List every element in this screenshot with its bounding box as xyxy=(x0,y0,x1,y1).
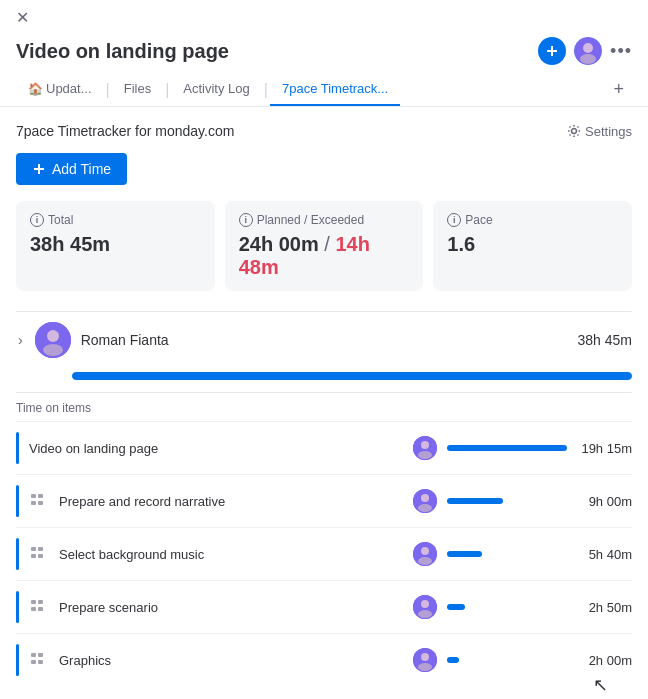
svg-point-33 xyxy=(421,600,429,608)
svg-point-19 xyxy=(421,494,429,502)
svg-point-34 xyxy=(418,610,432,618)
subtask-icon xyxy=(29,651,49,670)
tab-divider-2: | xyxy=(163,81,171,99)
item-bar-container xyxy=(447,657,567,663)
stat-planned-label: i Planned / Exceeded xyxy=(239,213,410,227)
item-avatar xyxy=(413,436,437,460)
svg-rect-24 xyxy=(38,554,43,558)
item-color-bar xyxy=(16,432,19,464)
cursor-icon: ↖ xyxy=(593,674,608,696)
info-icon-2: i xyxy=(239,213,253,227)
add-time-label: Add Time xyxy=(52,161,111,177)
stat-pace-label: i Pace xyxy=(447,213,618,227)
item-avatar xyxy=(413,489,437,513)
svg-rect-16 xyxy=(31,501,36,505)
tab-timetrack[interactable]: 7pace Timetrack... xyxy=(270,73,400,106)
title-row: Video on landing page ••• xyxy=(0,33,648,73)
svg-rect-22 xyxy=(38,547,43,551)
add-person-button[interactable] xyxy=(538,37,566,65)
stat-total: i Total 38h 45m xyxy=(16,201,215,291)
svg-rect-17 xyxy=(38,501,43,505)
stat-pace: i Pace 1.6 xyxy=(433,201,632,291)
svg-rect-28 xyxy=(31,600,36,604)
svg-point-4 xyxy=(580,54,596,64)
tab-add-button[interactable]: + xyxy=(605,75,632,104)
svg-point-20 xyxy=(418,504,432,512)
time-on-items-label: Time on items xyxy=(16,392,632,421)
content: 7pace Timetracker for monday.com Setting… xyxy=(0,107,648,686)
expand-button[interactable]: › xyxy=(16,330,25,350)
svg-rect-36 xyxy=(38,653,43,657)
svg-point-9 xyxy=(47,330,59,342)
svg-rect-38 xyxy=(38,660,43,664)
stat-total-label: i Total xyxy=(30,213,201,227)
title-actions: ••• xyxy=(538,37,632,65)
list-item: Graphics 2h 00m xyxy=(16,633,632,686)
item-time: 2h 50m xyxy=(577,600,632,615)
plus-icon xyxy=(32,162,46,176)
tab-divider: | xyxy=(104,81,112,99)
svg-point-41 xyxy=(418,663,432,671)
item-time: 5h 40m xyxy=(577,547,632,562)
list-item: Video on landing page 19h 15m xyxy=(16,421,632,474)
avatar xyxy=(574,37,602,65)
close-icon[interactable]: ✕ xyxy=(16,8,29,27)
item-color-bar xyxy=(16,485,19,517)
svg-point-13 xyxy=(418,451,432,459)
person-name: Roman Fianta xyxy=(81,332,568,348)
item-bar-container xyxy=(447,551,567,557)
person-progress-container xyxy=(16,368,632,392)
item-name: Prepare scenario xyxy=(59,600,403,615)
subtask-icon xyxy=(29,492,49,511)
item-bar xyxy=(447,604,465,610)
svg-rect-15 xyxy=(38,494,43,498)
svg-rect-29 xyxy=(38,600,43,604)
item-avatar xyxy=(413,648,437,672)
svg-rect-21 xyxy=(31,547,36,551)
tabs: 🏠Updat... | Files | Activity Log | 7pace… xyxy=(0,73,648,107)
add-time-button[interactable]: Add Time xyxy=(16,153,127,185)
item-bar xyxy=(447,551,482,557)
item-bar-container xyxy=(447,498,567,504)
stat-planned-value: 24h 00m / 14h 48m xyxy=(239,233,410,279)
svg-point-10 xyxy=(43,344,63,356)
item-bar xyxy=(447,657,459,663)
svg-point-27 xyxy=(418,557,432,565)
list-item: Prepare scenario 2h 50m xyxy=(16,580,632,633)
item-bar xyxy=(447,498,503,504)
progress-bar-bg xyxy=(72,372,632,380)
item-time: 2h 00m xyxy=(577,653,632,668)
stats-row: i Total 38h 45m i Planned / Exceeded 24h… xyxy=(16,201,632,291)
item-color-bar xyxy=(16,591,19,623)
more-options-button[interactable]: ••• xyxy=(610,41,632,62)
item-color-bar xyxy=(16,538,19,570)
item-avatar xyxy=(413,542,437,566)
svg-point-12 xyxy=(421,441,429,449)
item-name: Video on landing page xyxy=(29,441,403,456)
tracker-title: 7pace Timetracker for monday.com xyxy=(16,123,234,139)
settings-button[interactable]: Settings xyxy=(567,124,632,139)
stat-pace-value: 1.6 xyxy=(447,233,618,256)
svg-rect-37 xyxy=(31,660,36,664)
svg-point-40 xyxy=(421,653,429,661)
info-icon-3: i xyxy=(447,213,461,227)
stat-total-value: 38h 45m xyxy=(30,233,201,256)
item-time: 9h 00m xyxy=(577,494,632,509)
svg-rect-14 xyxy=(31,494,36,498)
person-avatar xyxy=(35,322,71,358)
item-bar xyxy=(447,445,567,451)
item-bar-container xyxy=(447,604,567,610)
svg-rect-35 xyxy=(31,653,36,657)
item-color-bar xyxy=(16,644,19,676)
svg-rect-23 xyxy=(31,554,36,558)
svg-rect-30 xyxy=(31,607,36,611)
tab-updates[interactable]: 🏠Updat... xyxy=(16,73,104,106)
subtask-icon xyxy=(29,545,49,564)
tab-files[interactable]: Files xyxy=(112,73,163,106)
list-item: Select background music 5h 40m xyxy=(16,527,632,580)
tab-divider-3: | xyxy=(262,81,270,99)
progress-bar-fill xyxy=(72,372,632,380)
tab-activity[interactable]: Activity Log xyxy=(171,73,261,106)
person-time: 38h 45m xyxy=(578,332,632,348)
stat-planned: i Planned / Exceeded 24h 00m / 14h 48m xyxy=(225,201,424,291)
